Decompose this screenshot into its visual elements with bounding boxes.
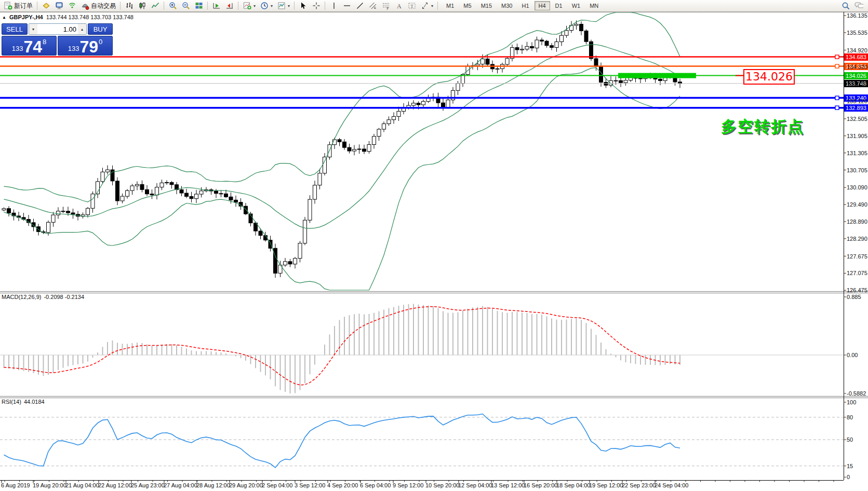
sell-price-prefix: 133 xyxy=(12,45,23,52)
vertical-line-icon xyxy=(329,2,338,10)
period-button-d1[interactable]: D1 xyxy=(551,1,567,10)
period-button-w1[interactable]: W1 xyxy=(568,1,585,10)
indicators-button[interactable]: ▾ xyxy=(241,1,258,11)
sell-button[interactable]: SELL xyxy=(2,23,28,35)
channel-button[interactable]: E xyxy=(366,1,379,11)
vertical-line-button[interactable] xyxy=(327,1,340,11)
one-click-trading-panel: SELL ▾ ▴ BUY 133 74 8 133 79 0 xyxy=(2,23,113,56)
auto-scroll-icon xyxy=(212,2,221,10)
equidistant-channel-icon: E xyxy=(368,2,377,10)
svg-text:F: F xyxy=(386,7,389,10)
period-button-m15[interactable]: M15 xyxy=(477,1,496,10)
signals-icon xyxy=(68,2,76,10)
separator xyxy=(437,2,438,10)
chart-canvas[interactable] xyxy=(0,0,868,491)
metaeditor-icon xyxy=(42,2,50,10)
period-button-m1[interactable]: M1 xyxy=(442,1,458,10)
separator xyxy=(325,2,325,10)
chart-shift-button[interactable] xyxy=(223,1,236,11)
period-button-m30[interactable]: M30 xyxy=(497,1,516,10)
period-button-m5[interactable]: M5 xyxy=(459,1,475,10)
symbol-header: ▲ GBPJPY-,H4 133.744 133.748 133.703 133… xyxy=(2,14,133,20)
templates-icon xyxy=(277,2,286,10)
dropdown-caret: ▾ xyxy=(271,4,273,8)
zoom-in-button[interactable] xyxy=(166,1,179,11)
signals-button[interactable] xyxy=(65,1,78,11)
period-button-mn[interactable]: MN xyxy=(585,1,603,10)
separator xyxy=(120,2,121,10)
line-chart-icon xyxy=(151,2,159,10)
metatrader-window: { "toolbar": { "new_order": "新订单", "auto… xyxy=(0,0,868,491)
collapse-arrow-icon[interactable]: ▲ xyxy=(2,15,6,20)
clock-icon xyxy=(260,2,269,10)
chart-shift-icon xyxy=(225,2,234,10)
svg-text:A: A xyxy=(397,3,402,10)
volume-stepper: ▾ ▴ xyxy=(29,23,87,35)
cursor-button[interactable] xyxy=(297,1,310,11)
templates-button[interactable]: ▾ xyxy=(275,1,292,11)
buy-button[interactable]: BUY xyxy=(88,23,113,35)
new-order-icon xyxy=(4,2,12,10)
auto-trading-button[interactable]: 自动交易 xyxy=(78,1,118,11)
rsi-header: RSI(14) 44.0184 xyxy=(2,399,45,405)
sell-price[interactable]: 133 74 8 xyxy=(2,36,57,56)
turning-point-text: 多空转折点 xyxy=(721,116,804,138)
fibonacci-icon: F xyxy=(381,2,390,10)
symbol-ohlc: 133.744 133.748 133.703 133.748 xyxy=(46,14,133,20)
price-annotation-box: 134.026 xyxy=(743,69,795,85)
svg-text:T: T xyxy=(410,4,413,9)
tile-windows-button[interactable] xyxy=(192,1,205,11)
arrows-icon xyxy=(420,2,429,10)
timeframes-button[interactable]: ▾ xyxy=(258,1,275,11)
chat-icon[interactable] xyxy=(854,2,863,10)
text-icon: A xyxy=(394,2,403,10)
terminal-icon xyxy=(55,2,63,10)
text-label-icon: T xyxy=(407,2,416,10)
candlestick-chart-button[interactable] xyxy=(136,1,149,11)
arrows-button[interactable]: ▾ xyxy=(418,1,435,11)
dropdown-caret: ▾ xyxy=(288,4,290,8)
period-button-h1[interactable]: H1 xyxy=(517,1,533,10)
text-button[interactable]: A xyxy=(392,1,405,11)
volume-down-button[interactable]: ▾ xyxy=(29,24,37,34)
volume-up-button[interactable]: ▴ xyxy=(78,24,86,34)
zoom-in-icon xyxy=(168,2,177,10)
crosshair-button[interactable] xyxy=(310,1,323,11)
cursor-icon xyxy=(299,2,308,10)
horizontal-line-icon xyxy=(342,2,351,10)
horizontal-line-button[interactable] xyxy=(340,1,353,11)
auto-trading-label: 自动交易 xyxy=(91,2,116,10)
bar-chart-button[interactable] xyxy=(123,1,136,11)
line-chart-button[interactable] xyxy=(149,1,162,11)
rsi-value: 44.0184 xyxy=(24,399,45,405)
buy-price-main: 79 xyxy=(79,39,98,54)
svg-text:E: E xyxy=(374,6,376,9)
indicators-icon xyxy=(243,2,251,10)
period-button-h4[interactable]: H4 xyxy=(535,1,550,10)
trendline-button[interactable] xyxy=(353,1,366,11)
text-label-button[interactable]: T xyxy=(405,1,418,11)
buy-price[interactable]: 133 79 0 xyxy=(58,36,113,56)
rsi-title: RSI(14) xyxy=(2,399,21,405)
period-toolbar: M1M5M15M30H1H4D1W1MN xyxy=(442,1,603,10)
tile-windows-icon xyxy=(194,2,203,10)
separator xyxy=(207,2,208,10)
search-icon[interactable] xyxy=(842,2,850,10)
terminal-button[interactable] xyxy=(52,1,65,11)
zoom-out-button[interactable] xyxy=(179,1,192,11)
auto-scroll-button[interactable] xyxy=(210,1,223,11)
zoom-out-icon xyxy=(181,2,190,10)
separator xyxy=(294,2,295,10)
metaeditor-button[interactable] xyxy=(39,1,52,11)
new-order-button[interactable]: 新订单 xyxy=(2,1,35,11)
sell-price-pip: 8 xyxy=(43,38,46,46)
fibonacci-button[interactable]: F xyxy=(379,1,392,11)
separator xyxy=(164,2,164,10)
bar-chart-icon xyxy=(125,2,133,10)
separator xyxy=(37,2,37,10)
crosshair-icon xyxy=(312,2,321,10)
symbol-name: GBPJPY-,H4 xyxy=(9,14,43,20)
volume-input[interactable] xyxy=(37,24,78,34)
dropdown-caret: ▾ xyxy=(431,4,433,8)
auto-trading-icon xyxy=(81,2,89,10)
